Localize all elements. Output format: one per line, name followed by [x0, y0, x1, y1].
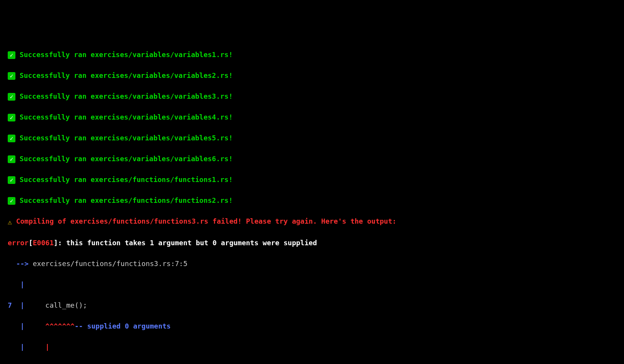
success-line: ✓ Successfully ran exercises/functions/f… [8, 195, 616, 206]
check-icon: ✓ [8, 155, 15, 163]
success-text: Successfully ran exercises/variables/var… [20, 113, 233, 121]
success-text: Successfully ran exercises/variables/var… [20, 134, 233, 142]
success-line: ✓ Successfully ran exercises/variables/v… [8, 153, 616, 164]
caret-markers: ^^^^^^^ [24, 322, 74, 330]
mid-caret-line: | | [8, 342, 616, 352]
failed-path: exercises/functions/functions3.rs [71, 217, 209, 225]
check-icon: ✓ [8, 93, 15, 101]
warning-icon: ⚠ [8, 217, 12, 227]
caret-line: | ^^^^^^^-- supplied 0 arguments [8, 321, 616, 331]
gutter-line: | [8, 279, 616, 290]
check-icon: ✓ [8, 51, 15, 59]
error-code: E0061 [33, 239, 54, 247]
line-number: 7 [8, 301, 20, 309]
check-icon: ✓ [8, 135, 15, 142]
code-content: call_me(); [24, 301, 87, 309]
success-line: ✓ Successfully ran exercises/variables/v… [8, 70, 616, 81]
error-label: error [8, 239, 29, 247]
error-message: : this function takes 1 argument but 0 a… [58, 239, 317, 247]
check-icon: ✓ [8, 114, 15, 121]
success-text: Successfully ran exercises/variables/var… [20, 155, 233, 163]
success-text: Successfully ran exercises/functions/fun… [20, 175, 233, 184]
success-text: Successfully ran exercises/variables/var… [20, 92, 233, 100]
check-icon: ✓ [8, 197, 15, 205]
error-location: exercises/functions/functions3.rs:7:5 [33, 260, 187, 268]
success-text: Successfully ran exercises/variables/var… [20, 51, 233, 59]
check-icon: ✓ [8, 176, 15, 184]
error-header: error[E0061]: this function takes 1 argu… [8, 238, 616, 248]
expected-line: | expected 1 argument [8, 362, 616, 364]
compiling-prefix: Compiling of [16, 217, 71, 225]
check-icon: ✓ [8, 72, 15, 80]
success-line: ✓ Successfully ran exercises/variables/v… [8, 49, 616, 60]
success-line: ✓ Successfully ran exercises/variables/v… [8, 133, 616, 143]
failed-suffix: failed! Please try again. Here's the out… [208, 217, 396, 225]
success-text: Successfully ran exercises/functions/fun… [20, 196, 233, 204]
success-line: ✓ Successfully ran exercises/functions/f… [8, 174, 616, 185]
code-line: 7 | call_me(); [8, 300, 616, 310]
arrow-icon: --> [8, 260, 33, 268]
success-line: ✓ Successfully ran exercises/variables/v… [8, 112, 616, 122]
supplied-message: supplied 0 arguments [83, 322, 171, 330]
error-location-line: --> exercises/functions/functions3.rs:7:… [8, 258, 616, 269]
failure-line: ⚠ Compiling of exercises/functions/funct… [8, 216, 616, 227]
success-line: ✓ Successfully ran exercises/variables/v… [8, 91, 616, 101]
success-text: Successfully ran exercises/variables/var… [20, 71, 233, 79]
